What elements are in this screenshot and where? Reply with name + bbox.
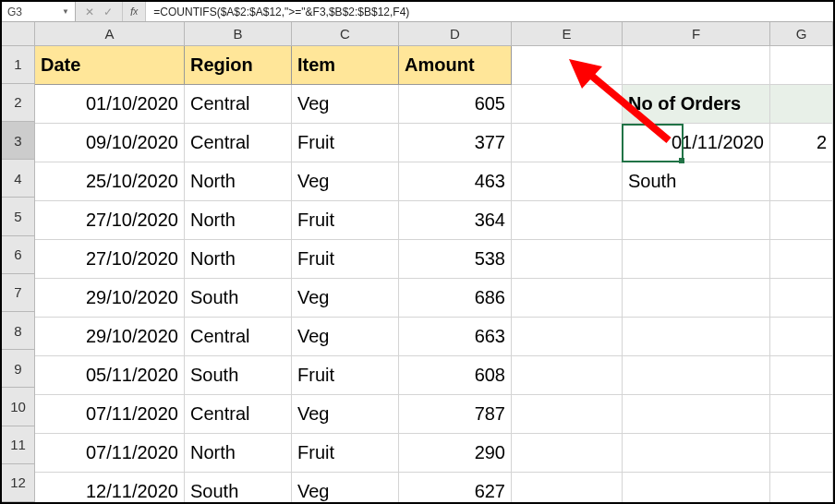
- col-header[interactable]: B: [185, 22, 292, 46]
- row-header[interactable]: 3: [2, 122, 35, 160]
- cell-E1[interactable]: [512, 46, 623, 85]
- cell-D3[interactable]: 377: [399, 124, 512, 162]
- chevron-down-icon[interactable]: ▼: [62, 7, 69, 16]
- col-header[interactable]: A: [35, 22, 185, 46]
- fx-icon[interactable]: fx: [123, 2, 146, 21]
- cell-A5[interactable]: 27/10/2020: [35, 201, 185, 240]
- cell-B7[interactable]: South: [185, 279, 292, 318]
- col-header[interactable]: G: [770, 22, 833, 46]
- cell-C2[interactable]: Veg: [292, 85, 399, 124]
- cell-F10[interactable]: [623, 395, 770, 434]
- cell-A11[interactable]: 07/11/2020: [35, 434, 185, 473]
- col-header[interactable]: F: [623, 22, 770, 46]
- cell-B4[interactable]: North: [185, 162, 292, 201]
- cell-A10[interactable]: 07/11/2020: [35, 395, 185, 434]
- cell-B6[interactable]: North: [185, 240, 292, 279]
- cell-D8[interactable]: 663: [399, 318, 512, 356]
- cell-B11[interactable]: North: [185, 434, 292, 473]
- cell-G3[interactable]: 2: [770, 124, 833, 162]
- cell-F2[interactable]: No of Orders: [623, 85, 770, 124]
- cell-E6[interactable]: [512, 240, 623, 279]
- cell-A9[interactable]: 05/11/2020: [35, 356, 185, 395]
- cell-B2[interactable]: Central: [185, 85, 292, 124]
- cell-B12[interactable]: South: [185, 473, 292, 504]
- cell-E10[interactable]: [512, 395, 623, 434]
- cell-B1[interactable]: Region: [185, 46, 292, 85]
- row-header[interactable]: 8: [2, 312, 35, 350]
- cell-E2[interactable]: [512, 85, 623, 124]
- cell-C8[interactable]: Veg: [292, 318, 399, 356]
- select-all-corner[interactable]: [2, 22, 35, 46]
- cell-F8[interactable]: [623, 318, 770, 356]
- row-header[interactable]: 7: [2, 274, 35, 312]
- cell-B10[interactable]: Central: [185, 395, 292, 434]
- cell-C10[interactable]: Veg: [292, 395, 399, 434]
- cell-D2[interactable]: 605: [399, 85, 512, 124]
- cell-E11[interactable]: [512, 434, 623, 473]
- cell-F3[interactable]: 01/11/2020: [623, 124, 770, 162]
- name-box[interactable]: G3 ▼: [2, 2, 76, 21]
- confirm-icon[interactable]: ✓: [103, 6, 113, 18]
- cell-A6[interactable]: 27/10/2020: [35, 240, 185, 279]
- cell-F9[interactable]: [623, 356, 770, 395]
- cell-C9[interactable]: Fruit: [292, 356, 399, 395]
- cell-A2[interactable]: 01/10/2020: [35, 85, 185, 124]
- cell-G2[interactable]: [770, 85, 833, 124]
- cell-G10[interactable]: [770, 395, 833, 434]
- cell-C3[interactable]: Fruit: [292, 124, 399, 162]
- cell-D7[interactable]: 686: [399, 279, 512, 318]
- cell-C5[interactable]: Fruit: [292, 201, 399, 240]
- cell-D6[interactable]: 538: [399, 240, 512, 279]
- cell-A4[interactable]: 25/10/2020: [35, 162, 185, 201]
- cell-A8[interactable]: 29/10/2020: [35, 318, 185, 356]
- cell-F1[interactable]: [623, 46, 770, 85]
- cell-D4[interactable]: 463: [399, 162, 512, 201]
- cell-G12[interactable]: [770, 473, 833, 504]
- cell-G9[interactable]: [770, 356, 833, 395]
- cell-D12[interactable]: 627: [399, 473, 512, 504]
- cell-C12[interactable]: Veg: [292, 473, 399, 504]
- cell-B8[interactable]: Central: [185, 318, 292, 356]
- row-header[interactable]: 1: [2, 46, 35, 84]
- cell-B5[interactable]: North: [185, 201, 292, 240]
- cell-F4[interactable]: South: [623, 162, 770, 201]
- cell-A3[interactable]: 09/10/2020: [35, 124, 185, 162]
- cell-G11[interactable]: [770, 434, 833, 473]
- row-header[interactable]: 10: [2, 388, 35, 426]
- cell-E7[interactable]: [512, 279, 623, 318]
- col-header[interactable]: E: [512, 22, 623, 46]
- row-header[interactable]: 12: [2, 464, 35, 502]
- cell-F12[interactable]: [623, 473, 770, 504]
- cell-E8[interactable]: [512, 318, 623, 356]
- cell-E5[interactable]: [512, 201, 623, 240]
- cell-B3[interactable]: Central: [185, 124, 292, 162]
- cell-E9[interactable]: [512, 356, 623, 395]
- row-header[interactable]: 9: [2, 350, 35, 388]
- cell-E12[interactable]: [512, 473, 623, 504]
- cell-C11[interactable]: Fruit: [292, 434, 399, 473]
- cell-E4[interactable]: [512, 162, 623, 201]
- cell-D1[interactable]: Amount: [399, 46, 512, 85]
- cell-G1[interactable]: [770, 46, 833, 85]
- cell-F6[interactable]: [623, 240, 770, 279]
- row-header[interactable]: 4: [2, 160, 35, 198]
- cell-G4[interactable]: [770, 162, 833, 201]
- cell-D11[interactable]: 290: [399, 434, 512, 473]
- cell-D9[interactable]: 608: [399, 356, 512, 395]
- cell-E3[interactable]: [512, 124, 623, 162]
- col-header[interactable]: C: [292, 22, 399, 46]
- cell-A1[interactable]: Date: [35, 46, 185, 85]
- row-header[interactable]: 2: [2, 84, 35, 122]
- cell-G8[interactable]: [770, 318, 833, 356]
- cell-C7[interactable]: Veg: [292, 279, 399, 318]
- cell-G6[interactable]: [770, 240, 833, 279]
- cell-B9[interactable]: South: [185, 356, 292, 395]
- cell-C6[interactable]: Fruit: [292, 240, 399, 279]
- cell-D5[interactable]: 364: [399, 201, 512, 240]
- cell-D10[interactable]: 787: [399, 395, 512, 434]
- row-header[interactable]: 11: [2, 426, 35, 464]
- cell-F5[interactable]: [623, 201, 770, 240]
- cell-F11[interactable]: [623, 434, 770, 473]
- formula-input[interactable]: =COUNTIFS($A$2:$A$12,">="&F3,$B$2:$B$12,…: [146, 2, 833, 21]
- cell-C1[interactable]: Item: [292, 46, 399, 85]
